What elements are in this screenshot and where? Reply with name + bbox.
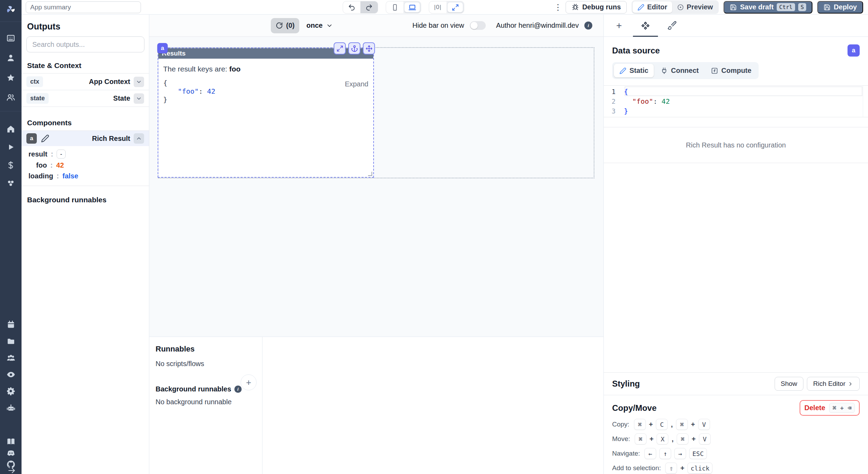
- windmill-logo-icon[interactable]: [5, 3, 17, 16]
- edit-id-pencil-icon[interactable]: [41, 134, 49, 143]
- shortcut-add-to-selection: Add to selection: ⇧ + click: [612, 462, 860, 474]
- no-configuration-message: Rich Result has no configuration: [604, 127, 868, 163]
- tree-key: result: [28, 150, 47, 158]
- user-icon[interactable]: [5, 52, 17, 64]
- docs-book-icon[interactable]: [5, 435, 17, 448]
- show-styling-button[interactable]: Show: [775, 377, 804, 391]
- user-group-icon[interactable]: [5, 352, 17, 364]
- debug-runs-button[interactable]: Debug runs: [566, 1, 627, 14]
- kbd-x: X: [657, 433, 668, 445]
- plus-icon: +: [616, 20, 622, 31]
- robot-icon[interactable]: [5, 402, 17, 414]
- delete-component-button[interactable]: Delete ⌘ + ⌫: [800, 400, 860, 416]
- code-value: 42: [661, 97, 670, 105]
- add-background-runnable-button[interactable]: +: [241, 374, 257, 390]
- kbd-click: click: [687, 463, 712, 474]
- dollar-icon[interactable]: [5, 159, 17, 171]
- ctx-row[interactable]: ctx App Context: [22, 73, 149, 90]
- maximize-icon: [336, 45, 343, 52]
- state-row[interactable]: state State: [22, 90, 149, 107]
- frequency-dropdown[interactable]: once: [306, 22, 333, 29]
- collapse-component-button[interactable]: [134, 133, 144, 144]
- search-outputs-input[interactable]: [26, 36, 144, 52]
- rich-editor-button[interactable]: Rich Editor: [807, 377, 860, 391]
- smartphone-icon: [391, 4, 399, 11]
- redo-icon: [365, 3, 373, 11]
- static-json-editor[interactable]: 1 { 2 "foo": 42 3 }: [604, 85, 868, 117]
- expand-component-button[interactable]: [334, 42, 346, 54]
- runnables-list: Runnables No scripts/flows Background ru…: [149, 337, 262, 474]
- rich-result-component[interactable]: a: [158, 48, 373, 177]
- hide-bar-toggle[interactable]: [470, 21, 486, 30]
- deploy-button[interactable]: Deploy: [817, 1, 863, 14]
- folder-icon[interactable]: [5, 335, 17, 347]
- undo-icon: [348, 3, 356, 11]
- tab-preview[interactable]: Preview: [672, 1, 718, 13]
- hub-icon[interactable]: [5, 177, 17, 189]
- app-summary-input[interactable]: [26, 1, 141, 13]
- move-component-button[interactable]: [363, 42, 375, 54]
- author-label: Author henri@windmill.dev: [496, 22, 579, 29]
- users-icon[interactable]: [5, 91, 17, 104]
- collapse-node-button[interactable]: -: [57, 150, 66, 159]
- tab-component-settings[interactable]: [632, 15, 659, 36]
- expand-state-button[interactable]: [134, 93, 144, 104]
- tab-preview-label: Preview: [687, 3, 713, 11]
- tree-row-result[interactable]: result : -: [22, 148, 149, 160]
- star-icon[interactable]: [5, 71, 17, 84]
- mobile-view-button[interactable]: [386, 1, 403, 13]
- inspector-panel: + Data source a Static: [603, 15, 868, 474]
- redo-button[interactable]: [360, 1, 378, 13]
- recompute-button[interactable]: (0): [271, 18, 299, 33]
- editor-preview-toggle: Editor Preview: [632, 0, 719, 14]
- sidebar: [0, 0, 22, 474]
- chevron-down-icon: [136, 79, 142, 85]
- editor-scrollbar[interactable]: [863, 86, 868, 117]
- discord-icon[interactable]: [5, 447, 17, 459]
- ctx-key: ctx: [26, 76, 43, 87]
- save-draft-button[interactable]: Save draft Ctrl S: [724, 1, 812, 14]
- calendar-icon[interactable]: [5, 318, 17, 331]
- tab-insert-component[interactable]: +: [606, 15, 632, 36]
- tab-editor[interactable]: Editor: [633, 1, 672, 13]
- shortcut-copy: Copy: ⌘ + C , ⌘ + V: [612, 418, 860, 430]
- desktop-view-button[interactable]: [404, 2, 420, 12]
- center-content-button[interactable]: |0|: [429, 1, 446, 13]
- app-canvas[interactable]: a: [149, 37, 603, 337]
- anchor-component-button[interactable]: [348, 42, 360, 54]
- components-title: Components: [22, 107, 149, 130]
- tree-key: loading: [28, 172, 53, 180]
- mode-compute[interactable]: Compute: [706, 64, 757, 77]
- canvas-toolbar: (0) once Hide bar on view Author henri@w…: [149, 15, 603, 37]
- code-key: "foo": [632, 97, 653, 105]
- tree-row-loading[interactable]: loading : false: [22, 171, 149, 181]
- full-width-button[interactable]: [447, 2, 463, 12]
- play-icon[interactable]: [5, 141, 17, 153]
- save-draft-label: Save draft: [740, 3, 774, 11]
- resize-handle[interactable]: [368, 172, 372, 176]
- component-output-row[interactable]: a Rich Result: [22, 130, 149, 146]
- collapse-arrow-icon[interactable]: [6, 464, 18, 474]
- expand-link[interactable]: Expand: [345, 80, 368, 88]
- result-key: foo: [229, 65, 241, 73]
- layout-group: |0|: [429, 1, 464, 14]
- state-type: State: [113, 94, 130, 102]
- tree-row-foo[interactable]: foo : 42: [22, 160, 149, 171]
- kebab-menu-icon[interactable]: ⋮: [554, 2, 561, 12]
- app-editor: |0| ⋮ Debug runs Editor: [0, 0, 868, 474]
- canvas-column: (0) once Hide bar on view Author henri@w…: [149, 15, 603, 474]
- undo-button[interactable]: [343, 1, 360, 13]
- background-info-icon[interactable]: i: [234, 386, 242, 393]
- home-icon[interactable]: [5, 123, 17, 135]
- eye-icon[interactable]: [5, 368, 17, 381]
- expand-ctx-button[interactable]: [134, 77, 144, 87]
- mode-static[interactable]: Static: [614, 64, 654, 77]
- grid-cell-outline: a: [158, 47, 594, 178]
- component-type: Rich Result: [92, 135, 130, 143]
- gear-icon[interactable]: [5, 385, 17, 397]
- apps-grid-icon[interactable]: [5, 32, 17, 44]
- tab-theme[interactable]: [659, 15, 685, 36]
- shortcut-navigate: Navigate: ← ↑ → ESC: [612, 448, 860, 459]
- mode-connect[interactable]: Connect: [655, 64, 704, 77]
- author-info-icon[interactable]: i: [584, 22, 592, 29]
